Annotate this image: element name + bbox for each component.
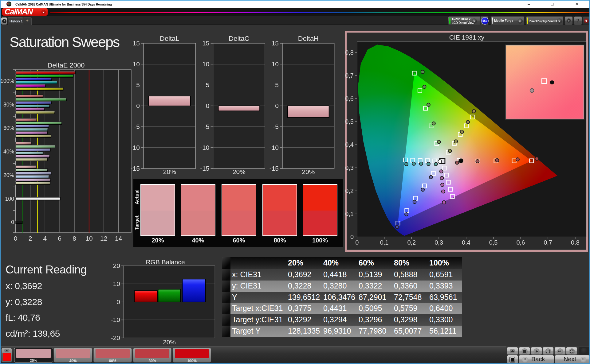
svg-text:DeltaH: DeltaH — [298, 35, 319, 42]
svg-text:0,2: 0,2 — [345, 188, 354, 194]
svg-text:0,4: 0,4 — [462, 239, 470, 246]
svg-text:RGB Balance: RGB Balance — [146, 258, 185, 265]
svg-text:0,4: 0,4 — [345, 141, 354, 148]
svg-text:80%: 80% — [3, 102, 14, 108]
svg-text:0,5: 0,5 — [489, 239, 498, 246]
svg-text:0,6: 0,6 — [516, 239, 525, 246]
svg-text:0,1: 0,1 — [380, 239, 389, 246]
svg-text:0: 0 — [275, 102, 279, 109]
svg-text:0,7: 0,7 — [544, 239, 552, 246]
svg-text:0: 0 — [11, 219, 14, 225]
svg-text:10: 10 — [85, 235, 92, 242]
svg-text:20%: 20% — [163, 168, 176, 175]
svg-text:20%: 20% — [3, 172, 14, 178]
svg-text:5: 5 — [206, 81, 210, 88]
svg-text:20%: 20% — [233, 168, 246, 175]
svg-text:20%: 20% — [163, 339, 176, 346]
svg-text:0,6: 0,6 — [345, 95, 354, 102]
svg-text:-10: -10 — [131, 144, 140, 151]
svg-text:DeltaE 2000: DeltaE 2000 — [47, 61, 85, 69]
svg-text:0,2: 0,2 — [407, 239, 416, 246]
svg-text:2: 2 — [29, 235, 32, 242]
svg-text:0,3: 0,3 — [345, 165, 354, 171]
svg-text:15: 15 — [272, 40, 279, 47]
svg-text:-20: -20 — [111, 334, 120, 341]
svg-text:0: 0 — [14, 235, 18, 242]
svg-text:0: 0 — [355, 239, 359, 246]
svg-text:100: 100 — [5, 196, 14, 202]
svg-text:-15: -15 — [131, 165, 140, 172]
svg-text:0: 0 — [136, 102, 140, 109]
svg-text:-10: -10 — [269, 144, 279, 151]
svg-text:0,5: 0,5 — [345, 118, 354, 125]
svg-text:0: 0 — [116, 298, 120, 305]
svg-text:-5: -5 — [134, 123, 140, 130]
svg-text:0: 0 — [350, 234, 354, 240]
svg-text:15: 15 — [133, 40, 140, 47]
svg-text:14: 14 — [115, 235, 122, 242]
svg-text:0,7: 0,7 — [345, 72, 354, 79]
svg-text:CIE 1931 xy: CIE 1931 xy — [449, 34, 485, 41]
svg-text:-15: -15 — [200, 165, 209, 172]
svg-text:20%: 20% — [302, 168, 315, 175]
svg-text:DeltaC: DeltaC — [229, 35, 249, 42]
svg-text:0,3: 0,3 — [435, 239, 443, 246]
svg-text:20: 20 — [113, 262, 120, 269]
svg-text:-10: -10 — [200, 144, 209, 151]
svg-text:0: 0 — [206, 102, 210, 109]
svg-text:DeltaL: DeltaL — [160, 35, 179, 42]
svg-text:0,1: 0,1 — [345, 211, 354, 217]
svg-text:10: 10 — [133, 60, 140, 68]
svg-text:60%: 60% — [3, 125, 14, 131]
svg-text:12: 12 — [100, 235, 107, 242]
svg-text:10: 10 — [202, 60, 209, 68]
svg-text:-5: -5 — [273, 123, 279, 130]
svg-text:-5: -5 — [204, 123, 210, 130]
svg-text:0,8: 0,8 — [345, 49, 354, 56]
svg-text:5: 5 — [275, 81, 279, 88]
svg-text:-15: -15 — [269, 165, 279, 172]
svg-text:5: 5 — [136, 81, 140, 88]
svg-text:0,8: 0,8 — [571, 239, 580, 246]
svg-text:8: 8 — [73, 235, 76, 242]
svg-text:40%: 40% — [3, 149, 14, 155]
svg-text:4: 4 — [43, 235, 47, 242]
svg-text:-10: -10 — [111, 316, 120, 323]
svg-text:6: 6 — [58, 235, 61, 242]
svg-text:15: 15 — [202, 40, 209, 47]
svg-text:100%: 100% — [0, 78, 14, 84]
svg-text:10: 10 — [113, 280, 120, 287]
svg-text:10: 10 — [272, 60, 279, 68]
